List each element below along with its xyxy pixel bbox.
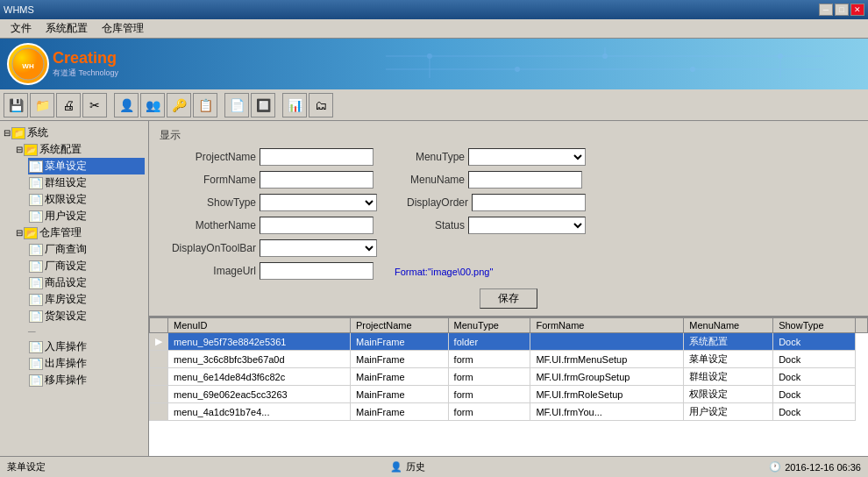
logo-circle: WH [7,43,49,85]
sidebar-item-root[interactable]: ⊟ 📁 系统 [4,125,145,141]
project-name-input[interactable] [260,148,374,166]
col-header-menuid: MenuID [168,318,351,333]
image-url-hint: Format:"image\00.png" [395,267,493,277]
doc-icon-wh: 📄 [29,294,43,306]
titlebar-buttons: ─ □ ✕ [819,4,864,16]
sidebar-item-menu-setting[interactable]: 📄 菜单设定 [28,158,145,174]
folder-toolbar-btn[interactable]: 🗂 [309,93,333,117]
sidebar-separator: ─ [28,324,145,338]
sidebar-item-warehouse-setting[interactable]: 📄 库房设定 [28,291,145,308]
sidebar-item-inbound[interactable]: 📄 入库操作 [28,338,145,355]
form-name-input[interactable] [260,171,374,189]
sidebar-menu-label: 菜单设定 [45,159,87,174]
cell-projectname: MainFrame [350,403,448,421]
doc-icon-user: 📄 [29,210,43,223]
display-order-input[interactable] [472,194,586,211]
table-row[interactable]: menu_69e062eac5cc3263 MainFrame form MF.… [150,386,868,403]
doc-icon-menu: 📄 [29,160,43,173]
image-url-input[interactable] [260,262,374,280]
table-row[interactable]: ▶ menu_9e5f73e8842e5361 MainFrame folder… [150,333,868,351]
toolbar: 💾 📁 🖨 ✂ 👤 👥 🔑 📋 📄 🔲 📊 🗂 [0,89,868,121]
minimize-button[interactable]: ─ [819,4,833,16]
menu-sysconfig[interactable]: 系统配置 [39,19,95,38]
close-button[interactable]: ✕ [850,4,864,16]
row-marker [150,386,168,403]
sidebar-item-user-setting[interactable]: 📄 用户设定 [28,208,145,224]
mother-name-row: MotherName [160,217,374,234]
restore-button[interactable]: □ [835,4,849,16]
sidebar-perm-label: 权限设定 [45,192,87,207]
cell-formname: MF.UI.frmGroupSetup [530,368,684,386]
sidebar: ⊟ 📁 系统 ⊟ 📂 系统配置 📄 菜单设定 📄 群组设定 📄 权限设定 [0,121,149,456]
menu-type-row: MenuType folder form [395,148,586,166]
cell-menuname: 用户设定 [684,403,773,421]
sidebar-item-group-setting[interactable]: 📄 群组设定 [28,174,145,191]
doc-icon-vendor-q: 📄 [29,244,43,256]
project-name-label: ProjectName [160,151,256,163]
sidebar-item-product-setting[interactable]: 📄 商品设定 [28,274,145,291]
sidebar-item-warehouse-mgmt[interactable]: ⊟ 📂 仓库管理 [16,224,145,241]
col-header-marker [150,318,168,333]
menu-type-select[interactable]: folder form [468,148,586,166]
sidebar-warehouse-setting-label: 库房设定 [45,292,87,307]
show-type-select[interactable]: Dock Float [260,194,377,211]
table-row[interactable]: menu_6e14de84d3f6c82c MainFrame form MF.… [150,368,868,386]
show-type-row: ShowType Dock Float [160,194,377,211]
col-header-menuname: MenuName [684,318,773,333]
display-on-toolbar-select[interactable]: Yes No [260,239,377,257]
doc-icon-shelf: 📄 [29,310,43,323]
menu-name-input[interactable] [468,171,582,189]
sidebar-item-transfer[interactable]: 📄 移库操作 [28,372,145,388]
mother-name-input[interactable] [260,217,374,234]
chart-toolbar-btn[interactable]: 📊 [282,93,307,117]
titlebar-title: WHMS [4,4,34,15]
logo-area: WH Creating 有道通 Technology [7,43,118,85]
user-toolbar-btn[interactable]: 👤 [114,93,139,117]
cell-showtype: Dock [773,403,856,421]
save-toolbar-btn[interactable]: 💾 [4,93,28,117]
doc-icon-perm: 📄 [29,194,43,206]
sidebar-item-vendor-query[interactable]: 📄 厂商查询 [28,241,145,258]
open-toolbar-btn[interactable]: 📁 [30,93,54,117]
doc-toolbar-btn[interactable]: 📄 [224,93,249,117]
folder-icon: 📁 [11,127,25,139]
col-header-menutype: MenuType [448,318,530,333]
sidebar-item-shelf-setting[interactable]: 📄 货架设定 [28,308,145,324]
menu-file[interactable]: 文件 [4,19,39,38]
table-header-row: MenuID ProjectName MenuType FormName Men… [150,318,868,333]
cell-menutype: form [448,386,530,403]
display-on-toolbar-label: DisplayOnToolBar [160,242,256,254]
table-row[interactable]: menu_4a1dc91b7e4... MainFrame form MF.UI… [150,403,868,421]
sidebar-item-sysconfig[interactable]: ⊟ 📂 系统配置 [16,141,145,158]
sidebar-group-label: 群组设定 [45,175,87,190]
show-type-label: ShowType [160,196,256,209]
print-toolbar-btn[interactable]: 🖨 [56,93,81,117]
save-button[interactable]: 保存 [480,288,537,309]
main-area: ⊟ 📁 系统 ⊟ 📂 系统配置 📄 菜单设定 📄 群组设定 📄 权限设定 [0,121,868,456]
data-table: MenuID ProjectName MenuType FormName Men… [149,317,868,421]
status-row: Status Active Inactive [395,217,586,234]
cell-formname: MF.UI.frmYou... [530,403,684,421]
grid-toolbar-btn[interactable]: 🔲 [251,93,275,117]
menu-type-label: MenuType [395,151,465,163]
list-toolbar-btn[interactable]: 📋 [193,93,217,117]
doc-icon-inbound: 📄 [29,341,43,353]
sidebar-outbound-label: 出库操作 [45,356,87,371]
cell-projectname: MainFrame [350,351,448,368]
doc-icon-product: 📄 [29,277,43,289]
group-toolbar-btn[interactable]: 👥 [140,93,165,117]
table-row[interactable]: menu_3c6c8bfc3be67a0d MainFrame form MF.… [150,351,868,368]
menu-warehouse[interactable]: 仓库管理 [95,19,151,38]
table-area: MenuID ProjectName MenuType FormName Men… [149,317,868,456]
row-marker [150,403,168,421]
svg-text:WH: WH [22,62,34,70]
key-toolbar-btn[interactable]: 🔑 [167,93,191,117]
sidebar-item-outbound[interactable]: 📄 出库操作 [28,355,145,372]
sidebar-item-perm-setting[interactable]: 📄 权限设定 [28,191,145,208]
cut-toolbar-btn[interactable]: ✂ [82,93,107,117]
cell-formname [530,333,684,351]
sidebar-item-vendor-setting[interactable]: 📄 厂商设定 [28,258,145,274]
logo-text: Creating [53,49,118,68]
status-select[interactable]: Active Inactive [468,217,586,234]
display-on-toolbar-row: DisplayOnToolBar Yes No [160,239,377,257]
